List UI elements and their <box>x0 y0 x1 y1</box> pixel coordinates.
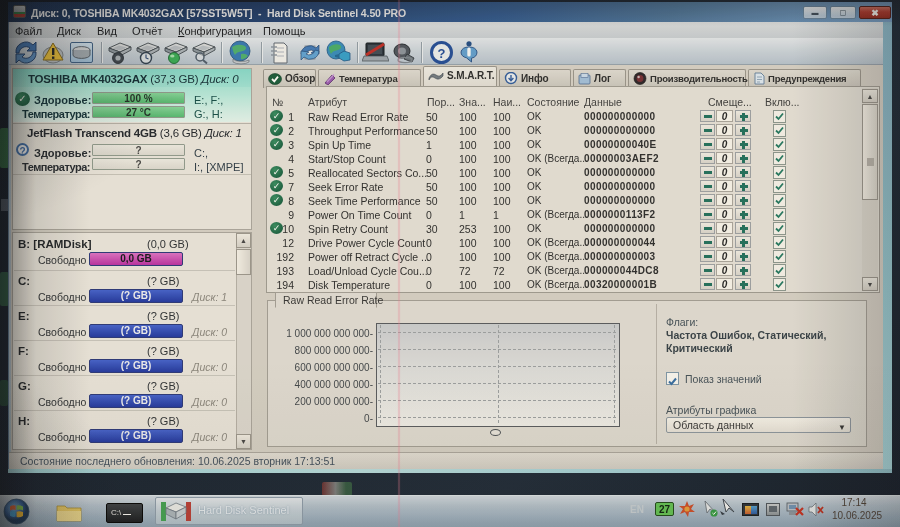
svg-text:?: ? <box>438 46 446 61</box>
